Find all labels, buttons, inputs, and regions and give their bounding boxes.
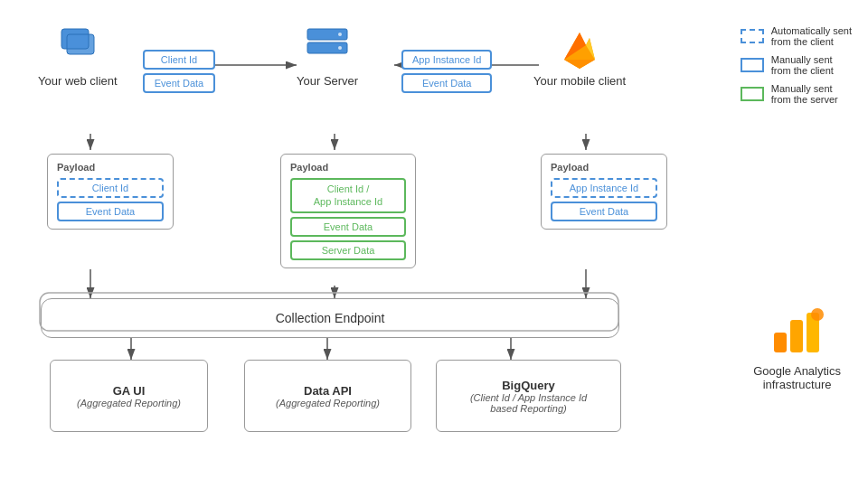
payload-mobile-event-data: Event Data	[551, 202, 657, 221]
legend-item-manual-server: Manually sent from the server	[741, 83, 852, 105]
payload-server-label: Payload	[290, 162, 406, 173]
legend-box-manual-blue	[741, 58, 764, 72]
ga-infrastructure: Google Analytics infrastructure	[753, 307, 841, 391]
legend-box-manual-green	[741, 87, 764, 101]
payload-web-event-data: Event Data	[57, 202, 164, 221]
payload-mobile: Payload App Instance Id Event Data	[541, 154, 667, 230]
legend-item-manual-client: Manually sent from the client	[741, 54, 852, 76]
svg-rect-22	[774, 333, 787, 352]
bigquery-title: BigQuery	[502, 379, 555, 392]
legend-label-manual-client: Manually sent from the client	[771, 54, 834, 76]
data-api-box: Data API (Aggregated Reporting)	[244, 360, 411, 432]
payload-mobile-app-instance-id: App Instance Id	[551, 178, 657, 198]
event-data-box-web: Event Data	[143, 73, 215, 93]
svg-point-21	[338, 46, 342, 50]
firebase-svg	[559, 25, 600, 70]
data-api-subtitle: (Aggregated Reporting)	[276, 398, 380, 408]
diagram: Automatically sent from the client Manua…	[0, 0, 868, 488]
payload-web-label: Payload	[57, 162, 164, 173]
ga-ui-box: GA UI (Aggregated Reporting)	[50, 360, 208, 432]
bigquery-box: BigQuery (Client Id / App Instance Id ba…	[436, 360, 621, 432]
svg-point-20	[338, 33, 342, 36]
svg-rect-23	[790, 320, 803, 352]
legend-label-auto: Automatically sent from the client	[771, 25, 852, 47]
mobile-server-data-boxes: App Instance Id Event Data	[401, 50, 492, 93]
server-svg	[302, 25, 353, 70]
collection-endpoint: Collection Endpoint	[41, 298, 619, 338]
ga-infrastructure-label: Google Analytics infrastructure	[753, 364, 841, 391]
legend-label-manual-server: Manually sent from the server	[771, 83, 838, 105]
mobile-client-icon: Your mobile client	[533, 25, 626, 88]
legend-box-auto	[741, 29, 764, 43]
client-id-box: Client Id	[143, 50, 215, 70]
event-data-box-mobile-header: Event Data	[401, 73, 492, 93]
svg-point-25	[811, 308, 824, 321]
payload-server-server-data: Server Data	[290, 240, 406, 260]
payload-mobile-label: Payload	[551, 162, 657, 173]
mobile-client-label: Your mobile client	[533, 74, 626, 88]
bigquery-subtitle: (Client Id / App Instance Id based Repor…	[470, 392, 587, 414]
server-icon: Your Server	[297, 25, 358, 88]
web-server-data-boxes: Client Id Event Data	[143, 50, 215, 93]
server-label: Your Server	[297, 74, 358, 88]
legend: Automatically sent from the client Manua…	[741, 25, 852, 105]
ga-ui-title: GA UI	[113, 384, 146, 398]
monitor-svg	[52, 25, 103, 70]
collection-endpoint-label: Collection Endpoint	[276, 311, 385, 325]
web-client-label: Your web client	[38, 74, 118, 88]
barchart-icon	[770, 307, 825, 357]
payload-server: Payload Client Id / App Instance Id Even…	[280, 154, 416, 268]
data-api-title: Data API	[304, 384, 352, 398]
payload-server-client-id: Client Id / App Instance Id	[290, 178, 406, 213]
ga-ui-subtitle: (Aggregated Reporting)	[77, 398, 181, 408]
web-client-icon: Your web client	[38, 25, 118, 88]
svg-rect-13	[67, 34, 94, 54]
legend-item-auto: Automatically sent from the client	[741, 25, 852, 47]
app-instance-id-box: App Instance Id	[401, 50, 492, 70]
payload-web: Payload Client Id Event Data	[47, 154, 174, 230]
payload-web-client-id: Client Id	[57, 178, 164, 198]
payload-server-event-data: Event Data	[290, 217, 406, 237]
